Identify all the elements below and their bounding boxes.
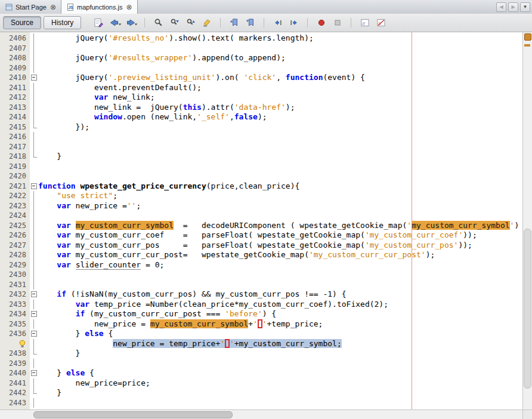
line-number[interactable]: 2426 — [0, 230, 30, 241]
find-selection-button[interactable] — [150, 16, 166, 30]
find-previous-button[interactable] — [183, 16, 199, 30]
line-number[interactable]: 2427 — [0, 241, 30, 251]
line-number[interactable]: 2438 — [0, 349, 30, 359]
code-token[interactable] — [71, 260, 76, 269]
code-token[interactable]: var — [76, 300, 89, 309]
previous-bookmark-button[interactable] — [226, 16, 242, 30]
code-text[interactable]: jQuery('#results_wrapper').append(to_app… — [38, 53, 286, 63]
code-token[interactable] — [38, 309, 76, 318]
shift-line-left-button[interactable] — [270, 16, 286, 30]
code-text[interactable]: if (my_custom_curr_cur_post === 'before'… — [38, 309, 276, 319]
code-line[interactable]: 2411 event.preventDefault(); — [0, 83, 523, 93]
code-token[interactable]: if — [57, 289, 66, 298]
code-token[interactable]: var — [57, 241, 70, 249]
stop-macro-recording-button[interactable] — [329, 16, 345, 30]
code-text[interactable]: function wpestate_get_price_currency(pri… — [38, 181, 299, 192]
code-text[interactable]: } else { — [38, 329, 113, 339]
code-token[interactable]: new_price=price; — [38, 378, 150, 387]
history-view-button[interactable]: History — [44, 16, 81, 29]
code-token[interactable]: my_custom_curr_symbol — [76, 221, 174, 230]
line-number[interactable]: 2435 — [0, 319, 30, 329]
code-text[interactable]: }); — [38, 122, 89, 133]
line-number[interactable]: 2412 — [0, 93, 30, 103]
code-token[interactable]: (price,clean_price){ — [206, 181, 300, 190]
code-token[interactable]: ; — [113, 191, 117, 200]
line-number[interactable]: 2433 — [0, 300, 30, 310]
code-token[interactable]: .open (new_link, — [122, 112, 197, 121]
code-token[interactable]: '' — [127, 201, 137, 210]
code-line[interactable]: 2442 } — [0, 388, 523, 398]
comment-button[interactable]: // — [357, 16, 373, 30]
line-number[interactable]: 2440 — [0, 368, 30, 378]
source-view-button[interactable]: Source — [3, 16, 41, 29]
code-line[interactable]: 2409 — [0, 63, 523, 73]
code-text[interactable]: } — [38, 152, 61, 162]
code-token[interactable]: new_link; — [108, 93, 154, 101]
code-token[interactable]: ' — [262, 319, 267, 328]
code-token[interactable]: 'click' — [243, 73, 276, 82]
code-token[interactable]: ); — [286, 103, 295, 112]
code-token[interactable]: ) { — [262, 309, 276, 318]
code-token[interactable]: ' — [407, 221, 412, 230]
code-token[interactable] — [38, 289, 57, 298]
code-line[interactable]: 2427 var my_custom_curr_pos = parseFloat… — [0, 241, 523, 251]
code-token[interactable]: ); — [258, 112, 267, 121]
line-number[interactable]: 2417 — [0, 142, 30, 152]
line-number[interactable]: 2407 — [0, 44, 30, 54]
code-token[interactable] — [38, 221, 57, 230]
line-number[interactable]: 2410 — [0, 73, 30, 83]
code-line[interactable]: 2443 — [0, 398, 523, 408]
code-token[interactable]: ; — [337, 339, 342, 348]
line-number[interactable]: 2434 — [0, 309, 30, 319]
code-text[interactable]: var temp_price =Number(clean_price*my_cu… — [38, 300, 388, 310]
code-line[interactable]: 2438 } — [0, 349, 523, 359]
code-text[interactable]: var my_custom_curr_pos = parseFloat( wpe… — [38, 241, 472, 251]
code-text[interactable]: var new_price =''; — [38, 201, 141, 211]
close-tab-icon[interactable]: ⊗ — [50, 4, 56, 11]
code-token[interactable]: jQuery( — [38, 53, 108, 62]
code-token[interactable]: false — [234, 112, 258, 121]
code-token[interactable]: = 0; — [141, 260, 164, 269]
code-text[interactable]: var my_custom_curr_symbol = decodeURICom… — [38, 221, 519, 231]
code-token[interactable]: new_link = jQuery( — [38, 103, 183, 112]
code-token[interactable]: '#results_wrapper' — [108, 53, 192, 62]
code-token[interactable]: } — [38, 329, 85, 338]
code-token[interactable]: function — [286, 73, 323, 82]
code-token[interactable]: + — [234, 339, 239, 348]
scroll-tabs-right-button[interactable]: ▶ — [508, 2, 518, 12]
code-token[interactable] — [38, 339, 113, 348]
code-token[interactable]: event.preventDefault(); — [38, 83, 202, 92]
code-token[interactable]: slider_counter — [76, 260, 141, 270]
code-fold-toggle[interactable] — [30, 329, 38, 339]
code-token[interactable]: '.preview_listing_unit' — [108, 73, 215, 82]
code-token[interactable]: '_self' — [197, 112, 230, 121]
code-token[interactable]: ).attr( — [202, 103, 234, 112]
code-line[interactable]: 2423 var new_price =''; — [0, 201, 523, 211]
code-token[interactable] — [225, 339, 230, 348]
close-tab-icon[interactable]: ⊗ — [126, 4, 132, 11]
code-fold-toggle[interactable] — [30, 289, 38, 300]
code-token[interactable] — [38, 260, 57, 269]
code-line[interactable]: 2420 — [0, 171, 523, 181]
code-token[interactable]: new_price = — [38, 319, 150, 328]
code-token[interactable]: { — [85, 368, 94, 377]
code-fold-toggle[interactable] — [30, 309, 38, 319]
code-line[interactable]: 2408 jQuery('#results_wrapper').append(t… — [0, 53, 523, 63]
code-token[interactable]: temp_price =Number(clean_price*my_custom… — [89, 300, 388, 309]
code-token[interactable] — [38, 241, 57, 249]
hint-lightbulb-icon[interactable] — [0, 339, 30, 349]
code-token[interactable]: ) — [514, 221, 519, 230]
code-token[interactable]: } — [38, 152, 61, 161]
code-token[interactable]: (event) { — [323, 73, 364, 82]
line-number[interactable]: 2413 — [0, 103, 30, 113]
code-token[interactable]: } — [38, 349, 80, 358]
code-line[interactable]: 2434 if (my_custom_curr_cur_post === 'be… — [0, 309, 523, 319]
code-text[interactable]: } — [38, 388, 61, 398]
line-number[interactable]: 2414 — [0, 112, 30, 122]
code-text[interactable]: new_price = temp_price+' '+my_custom_cur… — [38, 339, 342, 349]
code-fold-toggle[interactable] — [30, 181, 38, 192]
code-line[interactable]: 2425 var my_custom_curr_symbol = decodeU… — [0, 221, 523, 231]
horizontal-scrollbar[interactable] — [0, 409, 523, 419]
code-line[interactable]: 2439 — [0, 359, 523, 369]
code-token[interactable]: my_custom_curr_symbol — [150, 319, 248, 328]
